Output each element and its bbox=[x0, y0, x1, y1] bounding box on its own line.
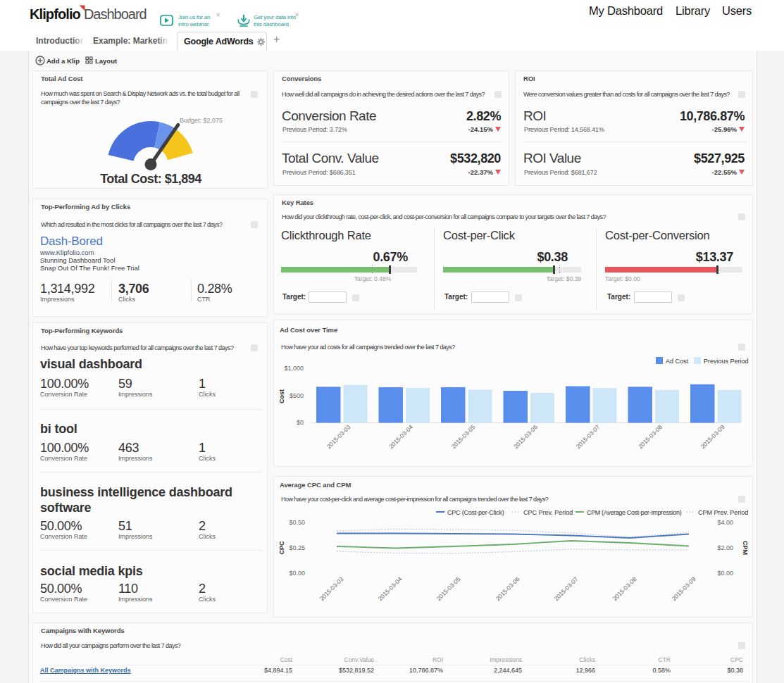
svg-text:2015-03-09: 2015-03-09 bbox=[699, 423, 726, 450]
svg-text:2015-03-06: 2015-03-06 bbox=[494, 575, 521, 602]
svg-text:$0.00: $0.00 bbox=[717, 570, 733, 577]
svg-text:$4.00: $4.00 bbox=[717, 519, 733, 526]
svg-text:$0.25: $0.25 bbox=[289, 544, 305, 551]
svg-text:CPC (Cost-per-Click): CPC (Cost-per-Click) bbox=[447, 509, 504, 516]
svg-text:$1,000: $1,000 bbox=[284, 365, 304, 372]
svg-text:Ad Cost: Ad Cost bbox=[666, 358, 689, 365]
svg-text:2015-03-08: 2015-03-08 bbox=[637, 423, 664, 450]
svg-text:Cost: Cost bbox=[278, 389, 285, 403]
svg-text:$0.50: $0.50 bbox=[289, 519, 305, 526]
svg-text:$500: $500 bbox=[290, 392, 304, 399]
svg-text:CPC: CPC bbox=[278, 541, 285, 555]
svg-text:2015-03-04: 2015-03-04 bbox=[377, 575, 404, 602]
svg-text:2015-03-05: 2015-03-05 bbox=[435, 575, 462, 602]
svg-text:CPM (Average Cost-per-Impressi: CPM (Average Cost-per-Impression) bbox=[587, 509, 682, 516]
svg-text:2015-03-04: 2015-03-04 bbox=[387, 423, 414, 450]
svg-text:2015-03-06: 2015-03-06 bbox=[512, 423, 539, 450]
svg-text:$0.00: $0.00 bbox=[289, 570, 305, 577]
svg-text:2015-03-07: 2015-03-07 bbox=[575, 423, 602, 450]
svg-text:2015-03-05: 2015-03-05 bbox=[450, 423, 477, 450]
svg-text:2015-03-09: 2015-03-09 bbox=[671, 575, 697, 602]
svg-text:2015-03-03: 2015-03-03 bbox=[318, 575, 345, 602]
svg-text:Previous Period: Previous Period bbox=[704, 358, 749, 365]
svg-text:CPC Prev. Period: CPC Prev. Period bbox=[523, 509, 573, 516]
svg-text:2015-03-08: 2015-03-08 bbox=[611, 575, 638, 602]
svg-text:$2.00: $2.00 bbox=[717, 544, 733, 551]
svg-text:$0: $0 bbox=[297, 419, 304, 426]
svg-text:CPM Prev. Period: CPM Prev. Period bbox=[698, 509, 748, 516]
svg-text:CPM: CPM bbox=[742, 541, 749, 555]
svg-text:2015-03-07: 2015-03-07 bbox=[553, 575, 580, 602]
svg-text:2015-03-03: 2015-03-03 bbox=[325, 423, 352, 450]
